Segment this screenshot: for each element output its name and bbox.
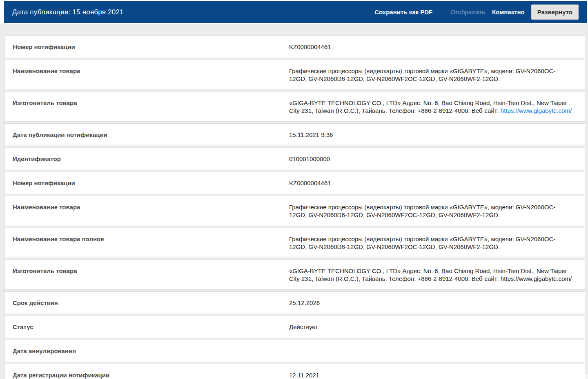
display-mode-label: Отображать: [450, 9, 487, 16]
row-label: Номер нотификации [13, 179, 289, 187]
row-identifier: Идентификатор 010001000000 [4, 148, 585, 170]
row-label: Статус [13, 323, 289, 331]
row-label: Наименование товара [13, 67, 289, 83]
display-compact-button[interactable]: Компактно [492, 9, 525, 16]
row-publication-date: Дата публикации нотификации 15.11.2021 9… [4, 123, 585, 146]
status-value: Действует [289, 323, 577, 331]
row-product-name: Наименование товара Графические процессо… [4, 60, 585, 90]
row-label: Наименование товара полное [13, 235, 289, 251]
row-label: Изготовитель товара [13, 99, 289, 114]
row-value: 010001000000 [289, 155, 577, 163]
row-label: Дата аннулирования [13, 347, 289, 355]
header-actions: Сохранить как PDF Отображать: Компактно … [374, 4, 579, 20]
row-label: Изготовитель товара [13, 267, 289, 283]
row-label: Наименование товара [13, 203, 289, 219]
row-label: Срок действия [13, 299, 289, 307]
row-label: Дата публикации нотификации [13, 131, 289, 139]
row-value: 25.12.2026 [289, 299, 577, 307]
row-notification-number-2: Номер нотификации KZ0000004461 [4, 172, 585, 194]
row-product-name-2: Наименование товара Графические процессо… [4, 196, 585, 226]
bottom-right-overlay [359, 374, 588, 379]
save-pdf-button[interactable]: Сохранить как PDF [374, 9, 432, 16]
header-bar: Дата публикации: 15 ноября 2021 Сохранит… [4, 1, 587, 23]
gigabyte-website-link[interactable]: https://www.gigabyte.com/ [501, 107, 572, 114]
row-manufacturer: Изготовитель товара «GIGA-BYTE TECHNOLOG… [4, 92, 585, 122]
row-notification-number: Номер нотификации KZ0000004461 [4, 36, 585, 58]
row-product-name-full: Наименование товара полное Графические п… [4, 228, 585, 258]
row-manufacturer-2: Изготовитель товара «GIGA-BYTE TECHNOLOG… [4, 260, 585, 290]
row-label: Номер нотификации [13, 43, 289, 51]
display-expanded-button[interactable]: Развернуто [531, 4, 579, 20]
row-value: «GIGA-BYTE TECHNOLOGY CO., LTD» Адрес: N… [289, 267, 577, 283]
page-title: Дата публикации: 15 ноября 2021 [12, 8, 124, 16]
row-value [289, 347, 577, 355]
row-value: KZ0000004461 [289, 43, 577, 51]
row-value: 15.11.2021 9:36 [289, 131, 577, 139]
row-label: Идентификатор [13, 155, 289, 163]
row-value: Графические процессоры (видеокарты) торг… [289, 203, 577, 219]
row-value: Графические процессоры (видеокарты) торг… [289, 67, 577, 83]
row-annulment-date: Дата аннулирования [4, 340, 585, 362]
row-status: Статус Действует [4, 316, 585, 338]
row-value: «GIGA-BYTE TECHNOLOGY CO., LTD» Адрес: N… [289, 99, 577, 114]
row-value: Графические процессоры (видеокарты) торг… [289, 235, 577, 251]
row-label: Дата регистрации нотификации [13, 371, 289, 379]
row-validity-period: Срок действия 25.12.2026 [4, 292, 585, 314]
notification-details: Номер нотификации KZ0000004461 Наименова… [4, 36, 585, 379]
row-value: KZ0000004461 [289, 179, 577, 187]
